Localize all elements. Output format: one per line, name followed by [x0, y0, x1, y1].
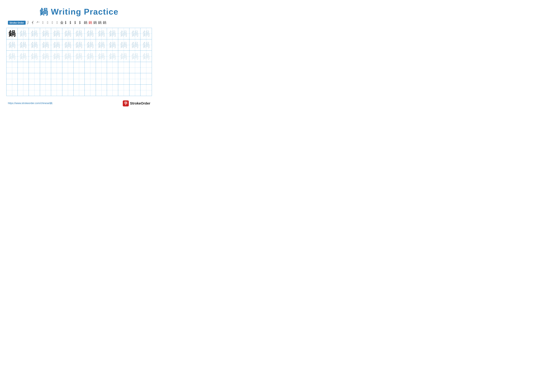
cell-r4-c3[interactable] [29, 62, 40, 73]
grid-row-5 [7, 73, 152, 85]
cell-r6-c9[interactable] [96, 85, 107, 96]
cell-r1-c10[interactable]: 鍋 [107, 28, 118, 39]
stroke-12: 釒 [79, 20, 83, 25]
cell-r6-c13[interactable] [140, 85, 152, 96]
cell-r5-c4[interactable] [40, 73, 51, 85]
cell-r1-c1[interactable]: 鍋 [7, 28, 18, 39]
stroke-8: 金 [60, 20, 64, 25]
cell-r3-c12[interactable]: 鍋 [129, 51, 141, 62]
cell-r4-c4[interactable] [40, 62, 51, 73]
cell-r1-c8[interactable]: 鍋 [85, 28, 96, 39]
cell-r3-c6[interactable]: 鍋 [62, 51, 73, 62]
footer-url[interactable]: https://www.strokeorder.com/chinese/鍋 [8, 102, 52, 105]
cell-r6-c8[interactable] [85, 85, 96, 96]
cell-r6-c11[interactable] [118, 85, 129, 96]
stroke-17: 鍋 [103, 20, 106, 25]
cell-r2-c6[interactable]: 鍋 [62, 39, 73, 51]
stroke-7: 𠀎 [55, 21, 59, 25]
stroke-2: 亻 [32, 20, 35, 25]
cell-r4-c1[interactable] [7, 62, 18, 73]
stroke-10: 釒 [70, 20, 73, 25]
grid-row-1: 鍋 鍋 鍋 鍋 鍋 鍋 鍋 鍋 鍋 鍋 鍋 鍋 鍋 [7, 28, 152, 39]
cell-r5-c7[interactable] [73, 73, 85, 85]
stroke-3: 𠂉 [37, 21, 40, 25]
cell-r1-c5[interactable]: 鍋 [51, 28, 62, 39]
cell-r3-c11[interactable]: 鍋 [118, 51, 129, 62]
cell-r4-c8[interactable] [85, 62, 96, 73]
cell-r3-c3[interactable]: 鍋 [29, 51, 40, 62]
cell-r6-c5[interactable] [51, 85, 62, 96]
cell-r3-c2[interactable]: 鍋 [18, 51, 29, 62]
stroke-1: 丿 [27, 20, 30, 25]
cell-r6-c10[interactable] [107, 85, 118, 96]
stroke-6: 𠂊 [51, 21, 54, 25]
cell-r5-c10[interactable] [107, 73, 118, 85]
cell-r6-c2[interactable] [18, 85, 29, 96]
cell-r3-c9[interactable]: 鍋 [96, 51, 107, 62]
cell-r2-c7[interactable]: 鍋 [73, 39, 85, 51]
cell-r4-c6[interactable] [62, 62, 73, 73]
cell-r6-c1[interactable] [7, 85, 18, 96]
cell-r5-c9[interactable] [96, 73, 107, 85]
stroke-14: 鍋 [89, 20, 92, 25]
cell-r3-c7[interactable]: 鍋 [73, 51, 85, 62]
cell-r6-c12[interactable] [129, 85, 141, 96]
cell-r5-c12[interactable] [129, 73, 141, 85]
cell-r5-c11[interactable] [118, 73, 129, 85]
cell-r1-c13[interactable]: 鍋 [140, 28, 152, 39]
cell-r5-c1[interactable] [7, 73, 18, 85]
cell-r3-c13[interactable]: 鍋 [140, 51, 152, 62]
cell-r3-c4[interactable]: 鍋 [40, 51, 51, 62]
cell-r4-c7[interactable] [73, 62, 85, 73]
footer: https://www.strokeorder.com/chinese/鍋 字 … [6, 100, 152, 107]
cell-r3-c10[interactable]: 鍋 [107, 51, 118, 62]
cell-r4-c9[interactable] [96, 62, 107, 73]
cell-r1-c7[interactable]: 鍋 [73, 28, 85, 39]
cell-r2-c11[interactable]: 鍋 [118, 39, 129, 51]
cell-r1-c9[interactable]: 鍋 [96, 28, 107, 39]
cell-r6-c4[interactable] [40, 85, 51, 96]
cell-r2-c13[interactable]: 鍋 [140, 39, 152, 51]
cell-r2-c9[interactable]: 鍋 [96, 39, 107, 51]
cell-r6-c7[interactable] [73, 85, 85, 96]
cell-r4-c5[interactable] [51, 62, 62, 73]
cell-r2-c3[interactable]: 鍋 [29, 39, 40, 51]
footer-logo: 字 StrokeOrder [123, 100, 150, 107]
cell-r5-c5[interactable] [51, 73, 62, 85]
cell-r4-c13[interactable] [140, 62, 152, 73]
cell-r2-c8[interactable]: 鍋 [85, 39, 96, 51]
cell-r2-c4[interactable]: 鍋 [40, 39, 51, 51]
cell-r1-c12[interactable]: 鍋 [129, 28, 141, 39]
cell-r3-c5[interactable]: 鍋 [51, 51, 62, 62]
stroke-order-row: Stroke Order 丿 亻 𠂉 𠃋 𠀉 𠂊 𠀎 金 釒 釒 釒 釒 鍋 鍋… [6, 20, 152, 25]
stroke-15: 鍋 [93, 20, 97, 25]
grid-row-2: 鍋 鍋 鍋 鍋 鍋 鍋 鍋 鍋 鍋 鍋 鍋 鍋 鍋 [7, 39, 152, 51]
cell-r1-c2[interactable]: 鍋 [18, 28, 29, 39]
cell-r1-c6[interactable]: 鍋 [62, 28, 73, 39]
cell-r1-c3[interactable]: 鍋 [29, 28, 40, 39]
cell-r6-c6[interactable] [62, 85, 73, 96]
cell-r4-c11[interactable] [118, 62, 129, 73]
cell-r2-c1[interactable]: 鍋 [7, 39, 18, 51]
cell-r5-c3[interactable] [29, 73, 40, 85]
cell-r5-c13[interactable] [140, 73, 152, 85]
cell-r5-c8[interactable] [85, 73, 96, 85]
cell-r3-c8[interactable]: 鍋 [85, 51, 96, 62]
cell-r2-c2[interactable]: 鍋 [18, 39, 29, 51]
cell-r1-c11[interactable]: 鍋 [118, 28, 129, 39]
cell-r2-c12[interactable]: 鍋 [129, 39, 141, 51]
cell-r4-c10[interactable] [107, 62, 118, 73]
cell-r6-c3[interactable] [29, 85, 40, 96]
grid-row-4 [7, 62, 152, 73]
cell-r4-c2[interactable] [18, 62, 29, 73]
cell-r4-c12[interactable] [129, 62, 141, 73]
cell-r2-c5[interactable]: 鍋 [51, 39, 62, 51]
cell-r5-c6[interactable] [62, 73, 73, 85]
cell-r3-c1[interactable]: 鍋 [7, 51, 18, 62]
cell-r1-c4[interactable]: 鍋 [40, 28, 51, 39]
practice-grid: 鍋 鍋 鍋 鍋 鍋 鍋 鍋 鍋 鍋 鍋 鍋 鍋 鍋 鍋 鍋 鍋 鍋 鍋 鍋 鍋 … [6, 28, 152, 96]
cell-r2-c10[interactable]: 鍋 [107, 39, 118, 51]
grid-row-6 [7, 85, 152, 96]
cell-r5-c2[interactable] [18, 73, 29, 85]
stroke-9: 釒 [65, 20, 68, 25]
